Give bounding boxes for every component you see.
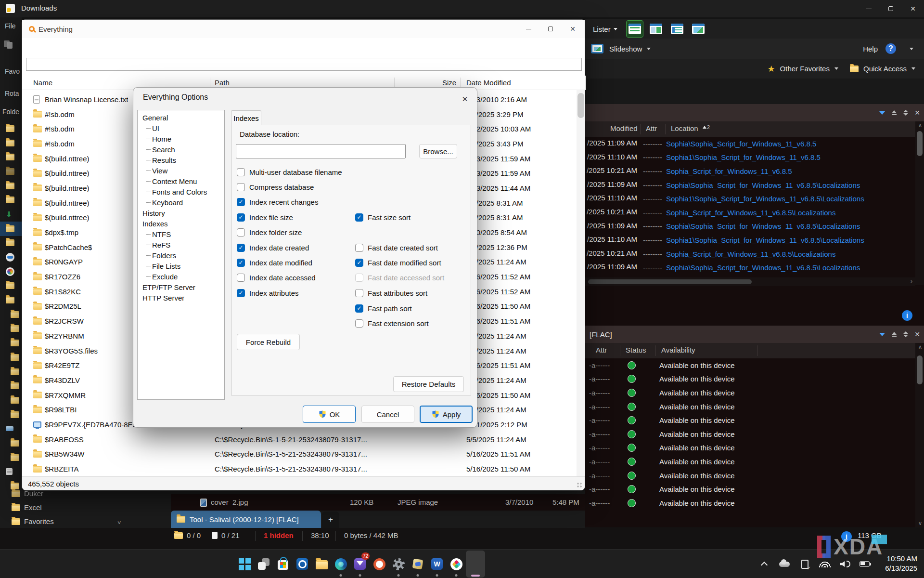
tree-item[interactable]: Favorites [12, 517, 54, 525]
folder-tree-item[interactable] [0, 136, 22, 150]
column-availability[interactable]: Availability [661, 346, 695, 354]
folder-tree-item[interactable] [0, 250, 22, 264]
tray-icon[interactable] [860, 559, 871, 569]
sort-ascending-icon[interactable] [891, 332, 897, 337]
view-mode-button[interactable] [690, 21, 706, 37]
tray-icon[interactable] [819, 559, 831, 569]
folder-tree-item[interactable] [0, 236, 22, 250]
tree-item[interactable]: Context Menu [138, 176, 224, 186]
folder-tree-item[interactable] [0, 479, 22, 490]
folder-tree-item[interactable] [0, 293, 22, 307]
vertical-scrollbar[interactable] [577, 90, 585, 476]
tray-icon[interactable] [799, 559, 810, 569]
sort-ascending-icon[interactable] [891, 110, 897, 115]
folder-tree-item[interactable] [0, 164, 22, 179]
tree-item[interactable]: NTFS [138, 229, 224, 239]
file-row[interactable]: $RABEOSS C:\$Recycle.Bin\S-1-5-21-253243… [22, 432, 577, 447]
checkbox[interactable]: Fast date created sort [355, 242, 438, 253]
tree-item[interactable]: ETP/FTP Server [138, 282, 224, 292]
close-icon[interactable] [562, 20, 584, 38]
folder-tree-item[interactable] [0, 193, 22, 207]
tray-icon[interactable] [839, 559, 851, 569]
file-row[interactable]: -a------ Available on this device [585, 469, 924, 483]
file-row[interactable]: /2025 11:09 AM -------- Sophia\Sophia_Sc… [585, 261, 924, 275]
tree-item[interactable]: UI [138, 123, 224, 133]
tree-item[interactable]: Exclude [138, 271, 224, 282]
file-row[interactable]: /2025 11:10 AM -------- Sophia1\Sophia_S… [585, 192, 924, 206]
tree-item[interactable]: Search [138, 144, 224, 155]
tree-item[interactable]: Duker [12, 489, 43, 498]
downloads-menu-file[interactable]: File [5, 22, 16, 30]
chevron-down-icon[interactable] [911, 67, 915, 70]
sort-toggle-icon[interactable] [903, 331, 908, 337]
tray-icon[interactable] [758, 559, 770, 569]
everything-search-input[interactable] [26, 58, 582, 71]
chevron-down-icon[interactable] [910, 48, 913, 50]
view-mode-button[interactable] [669, 21, 685, 37]
folder-tree-item[interactable] [0, 179, 22, 193]
tree-item[interactable]: General [138, 112, 224, 123]
file-row[interactable]: $RB5W34W C:\$Recycle.Bin\S-1-5-21-253243… [22, 447, 577, 462]
file-row[interactable]: /2025 10:21 AM -------- Sophia_Script_fo… [585, 247, 924, 261]
restore-defaults-button[interactable]: Restore Defaults [393, 376, 464, 392]
cancel-button[interactable]: Cancel [361, 406, 414, 423]
checkbox[interactable]: Index folder size [237, 227, 302, 237]
taskbar-app-icon[interactable] [427, 551, 447, 578]
taskbar-app-icon[interactable] [254, 551, 273, 578]
file-row[interactable]: -a------ Available on this device [585, 441, 924, 455]
other-favorites-button[interactable]: Other Favorites [780, 65, 830, 73]
file-row[interactable]: $RBZEITA C:\$Recycle.Bin\S-1-5-21-253243… [22, 461, 577, 476]
tree-item[interactable]: File Lists [138, 261, 224, 271]
column-location[interactable]: Location [671, 124, 698, 132]
taskbar-app-icon[interactable]: 72 [350, 551, 370, 578]
tree-item[interactable]: Indexes [138, 218, 224, 229]
folder-tree-item[interactable] [0, 322, 22, 336]
column-path[interactable]: Path [215, 79, 230, 87]
folder-tree-item[interactable] [0, 307, 22, 322]
tree-item[interactable]: View [138, 165, 224, 176]
checkbox[interactable]: Index date modified [237, 257, 312, 268]
checkbox[interactable]: Fast extension sort [355, 318, 429, 328]
column-size[interactable]: Size [442, 79, 456, 87]
file-row[interactable]: -a------ Available on this device [585, 413, 924, 427]
info-icon[interactable] [841, 531, 852, 542]
file-row[interactable]: /2025 10:21 AM -------- Sophia_Script_fo… [585, 164, 924, 178]
database-location-input[interactable] [236, 144, 406, 158]
file-row[interactable]: /2025 11:10 AM -------- Sophia1\Sophia_S… [585, 151, 924, 165]
close-panel-icon[interactable] [914, 109, 920, 117]
help-button[interactable]: Help [863, 45, 878, 53]
taskbar-app-icon[interactable] [466, 551, 485, 578]
file-row[interactable]: /2025 11:09 AM -------- Sophia\Sophia_Sc… [585, 178, 924, 192]
tree-item[interactable]: Fonts and Colors [138, 186, 224, 197]
view-mode-button[interactable] [627, 21, 643, 37]
chevron-down-icon[interactable] [647, 48, 651, 50]
tree-item[interactable]: Keyboard [138, 197, 224, 208]
folder-tree-item[interactable] [0, 264, 22, 279]
tab-tool-salival[interactable]: Tool - Salival (2000-12-12) [FLAC] [171, 511, 321, 528]
copy-files-icon[interactable] [4, 40, 14, 49]
tree-item[interactable]: Excel [12, 503, 42, 512]
folder-tree-item[interactable] [0, 350, 22, 365]
folder-tree-item[interactable] [0, 465, 22, 479]
close-icon[interactable] [902, 0, 924, 17]
file-row[interactable]: -a------ Available on this device [585, 358, 924, 372]
tray-icon[interactable] [779, 559, 790, 569]
checkbox[interactable]: Fast path sort [355, 303, 412, 314]
resize-grip[interactable] [577, 483, 583, 488]
file-row[interactable]: -a------ Available on this device [585, 455, 924, 469]
browse-button[interactable]: Browse... [419, 144, 457, 158]
tree-item[interactable]: Results [138, 155, 224, 165]
taskbar-app-icon[interactable] [408, 551, 427, 578]
checkbox[interactable]: Fast attributes sort [355, 288, 427, 298]
tree-item[interactable]: HTTP Server [138, 292, 224, 303]
column-status[interactable]: Status [626, 346, 646, 354]
folder-tree-item[interactable] [0, 379, 22, 393]
checkbox[interactable]: Fast date accessed sort [355, 272, 444, 283]
folder-tree-item[interactable] [0, 336, 22, 350]
tree-item[interactable]: ReFS [138, 239, 224, 250]
file-row[interactable]: /2025 11:09 AM -------- Sophia\Sophia_Sc… [585, 137, 924, 151]
file-row[interactable]: -a------ Available on this device [585, 400, 924, 414]
checkbox[interactable]: Index date created [237, 242, 309, 253]
sidebar-label-rotate[interactable]: Rota [5, 90, 19, 97]
file-row[interactable]: /2025 11:10 AM -------- Sophia1\Sophia_S… [585, 233, 924, 247]
